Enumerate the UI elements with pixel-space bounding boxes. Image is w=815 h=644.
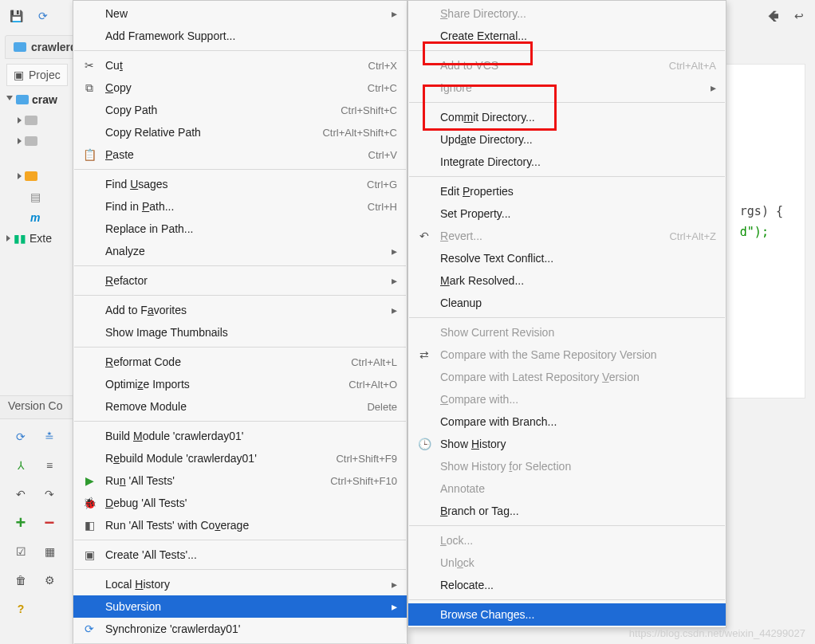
toolbar-right: 🢀 ↩ <box>764 6 809 26</box>
menu-item[interactable]: Update Directory... <box>408 128 726 151</box>
menu-item[interactable]: ◧Run 'All Tests' with Coverage <box>73 514 407 536</box>
version-control-panel[interactable]: Version Co <box>0 395 80 419</box>
menu-item[interactable]: 🕒Show History <box>408 433 726 455</box>
menu-item[interactable]: Integrate Directory... <box>408 151 726 173</box>
redo-icon[interactable]: ↩ <box>789 6 809 26</box>
expand-icon[interactable] <box>6 96 13 104</box>
menu-item[interactable]: Reformat CodeCtrl+Alt+L <box>73 351 407 373</box>
menu-item[interactable]: Subversion▸ <box>73 595 407 618</box>
menu-item[interactable]: ⟳Synchronize 'crawlerday01' <box>73 618 407 640</box>
menu-item[interactable]: ▣Create 'All Tests'... <box>73 544 407 566</box>
menu-item-label: Paste <box>105 148 340 161</box>
minus-icon[interactable]: − <box>38 512 61 534</box>
menu-item-shortcut: Ctrl+H <box>368 201 397 213</box>
tree-item[interactable] <box>6 166 73 187</box>
menu-item[interactable]: Add Framework Support... <box>73 25 407 47</box>
menu-item[interactable]: ▶Run 'All Tests'Ctrl+Shift+F10 <box>73 469 407 492</box>
menu-item-shortcut: Ctrl+V <box>368 149 397 161</box>
menu-item[interactable]: Replace in Path... <box>73 218 407 240</box>
undo-icon[interactable]: ↶ <box>10 483 32 505</box>
trash-icon[interactable]: 🗑 <box>10 569 32 591</box>
tree-root-label: craw <box>32 93 57 106</box>
tree-item[interactable]: m <box>6 207 73 228</box>
menu-item-shortcut: Ctrl+Alt+Shift+C <box>322 127 397 139</box>
revert-icon: ↶ <box>415 230 434 242</box>
menu-item[interactable]: Copy Relative PathCtrl+Alt+Shift+C <box>73 121 407 143</box>
menu-item[interactable]: Optimize ImportsCtrl+Alt+O <box>73 373 407 395</box>
menu-item[interactable]: Add to Favorites▸ <box>73 299 407 321</box>
tree-item[interactable] <box>6 110 73 131</box>
menu-item[interactable]: Show Image Thumbnails <box>73 321 407 344</box>
menu-item-shortcut: Ctrl+Shift+F10 <box>330 475 397 487</box>
menu-item[interactable]: Resolve Text Conflict... <box>408 247 726 269</box>
tree-item-libs[interactable]: ▮▮ Exte <box>6 228 73 249</box>
tree-item[interactable] <box>6 131 73 151</box>
expand-icon[interactable] <box>18 138 22 144</box>
expand-icon[interactable] <box>18 173 22 179</box>
menu-item[interactable]: Find UsagesCtrl+G <box>73 173 407 195</box>
project-panel[interactable]: ▣ Projec <box>6 64 68 86</box>
menu-item[interactable]: Branch or Tag... <box>408 500 726 522</box>
menu-item: Add to VCSCtrl+Alt+A <box>408 54 726 77</box>
menu-item[interactable]: Remove ModuleDelete <box>73 395 407 418</box>
libs-icon: ▮▮ <box>14 232 26 245</box>
menu-item[interactable]: Create External... <box>408 25 726 47</box>
filter-icon[interactable]: ≛ <box>38 426 61 448</box>
menu-item-label: Update Directory... <box>440 133 716 146</box>
menu-item[interactable]: Compare with Branch... <box>408 410 726 433</box>
submenu-arrow-icon: ▸ <box>392 7 397 20</box>
menu-item: Lock... <box>408 529 726 552</box>
menu-item[interactable]: Rebuild Module 'crawlerday01'Ctrl+Shift+… <box>73 447 407 469</box>
tree-root[interactable]: craw <box>6 89 73 110</box>
help-icon[interactable]: ? <box>10 598 32 620</box>
menu-item-label: Copy <box>105 81 339 94</box>
tree-item[interactable] <box>6 151 73 166</box>
diff-icon: ⇄ <box>415 348 434 361</box>
menu-item-label: Relocate... <box>440 579 716 591</box>
menu-item-label: Show Image Thumbnails <box>105 326 397 339</box>
menu-item[interactable]: Copy PathCtrl+Shift+C <box>73 99 407 121</box>
menu-item-shortcut: Ctrl+Shift+F9 <box>336 453 397 465</box>
save-icon[interactable]: 💾 <box>6 6 26 26</box>
menu-item[interactable]: Browse Changes... <box>408 603 726 626</box>
menu-item[interactable]: Find in Path...Ctrl+H <box>73 195 407 218</box>
expand-icon[interactable] <box>6 235 10 242</box>
menu-item[interactable]: ⧉CopyCtrl+C <box>73 77 407 99</box>
menu-item-label: Revert... <box>440 230 640 242</box>
left-tool-buttons: ⟳ ≛ ⅄ ≡ ↶ ↷ + − ☑ ▦ 🗑 ⚙ ? <box>5 421 69 625</box>
gear-icon[interactable]: ⚙ <box>38 569 61 591</box>
plus-icon[interactable]: + <box>10 512 32 534</box>
menu-item-label: Rebuild Module 'crawlerday01' <box>105 452 307 465</box>
menu-item[interactable]: Set Property... <box>408 202 726 225</box>
folder-icon <box>25 136 37 146</box>
tree-item[interactable]: ▤ <box>6 187 73 207</box>
menu-item-shortcut: Ctrl+Alt+O <box>348 379 397 391</box>
menu-item[interactable]: ✂CutCtrl+X <box>73 54 407 77</box>
menu-item[interactable]: New▸ <box>73 2 407 25</box>
menu-item[interactable]: Relocate... <box>408 574 726 596</box>
redo-icon[interactable]: ↷ <box>38 483 61 505</box>
menu-item[interactable]: Commit Directory... <box>408 106 726 128</box>
grid-icon[interactable]: ▦ <box>38 540 61 563</box>
separator <box>409 176 725 177</box>
branch-icon[interactable]: ⅄ <box>10 454 32 477</box>
menu-item-label: Integrate Directory... <box>440 155 716 168</box>
menu-item[interactable]: Refactor▸ <box>73 269 407 292</box>
check-icon[interactable]: ☑ <box>10 540 32 563</box>
undo-icon[interactable]: 🢀 <box>764 6 783 26</box>
menu-item[interactable]: 🐞Debug 'All Tests' <box>73 492 407 514</box>
project-panel-label: Projec <box>29 69 61 81</box>
menu-item[interactable]: Local History▸ <box>73 573 407 595</box>
menu-item[interactable]: Build Module 'crawlerday01' <box>73 425 407 447</box>
stack-icon[interactable]: ≡ <box>38 454 61 477</box>
menu-item-shortcut: Ctrl+Alt+L <box>351 356 397 368</box>
menu-item[interactable]: Analyze▸ <box>73 240 407 262</box>
menu-item[interactable]: 📋PasteCtrl+V <box>73 143 407 166</box>
refresh-icon[interactable]: ⟳ <box>10 426 32 448</box>
menu-item[interactable]: Edit Properties <box>408 180 726 202</box>
refresh-icon[interactable]: ⟳ <box>33 6 53 26</box>
expand-icon[interactable] <box>18 117 22 124</box>
history-icon: 🕒 <box>415 438 434 450</box>
menu-item[interactable]: Mark Resolved... <box>408 269 726 292</box>
menu-item[interactable]: Cleanup <box>408 292 726 314</box>
